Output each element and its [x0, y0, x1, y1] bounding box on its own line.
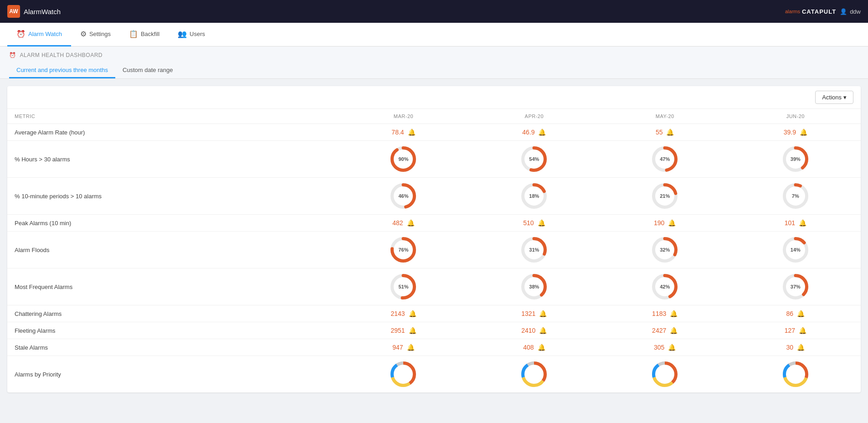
main-content: Actions ▾ METRIC MAR-20 APR-20 MAY-20 JU…: [0, 79, 868, 400]
value-bell-pair: 2427 🔔: [607, 327, 723, 334]
value-bell-pair: 46.9 🔔: [476, 129, 592, 136]
priority-donut-wrapper: [607, 361, 723, 387]
priority-donut-chart: [652, 361, 678, 387]
donut-cell-3: 39%: [730, 141, 861, 178]
donut-chart: 46%: [390, 183, 416, 209]
table-row: Peak Alarms (10 min) 482 🔔 510 🔔 190 🔔 1…: [7, 215, 861, 232]
data-table: METRIC MAR-20 APR-20 MAY-20 JUN-20 Avera…: [7, 109, 861, 392]
donut-label: 42%: [660, 284, 670, 289]
table-row: Alarms by Priority: [7, 356, 861, 393]
user-info: 👤 ddw: [840, 8, 861, 15]
donut-cell-2: 21%: [600, 178, 730, 215]
bell-icon: 🔔: [670, 310, 678, 317]
value-cell-2: 2427 🔔: [600, 322, 730, 339]
metric-name-cell: % Hours > 30 alarms: [7, 141, 338, 178]
metric-name-cell: Average Alarm Rate (hour): [7, 124, 338, 141]
donut-cell-3: 7%: [730, 178, 861, 215]
donut-chart: 31%: [521, 237, 547, 263]
donut-wrapper: 39%: [738, 146, 853, 172]
value-bell-pair: 510 🔔: [476, 219, 592, 227]
tab-custom-date[interactable]: Custom date range: [115, 63, 180, 78]
numeric-value: 1183: [652, 310, 666, 317]
donut-cell-2: 47%: [600, 141, 730, 178]
donut-wrapper: 31%: [476, 237, 592, 263]
donut-cell-2: 42%: [600, 268, 730, 305]
bell-icon: 🔔: [797, 344, 805, 351]
value-bell-pair: 127 🔔: [738, 327, 853, 334]
bell-icon: 🔔: [538, 219, 545, 227]
donut-label: 7%: [792, 193, 799, 199]
value-cell-0: 78.4 🔔: [338, 124, 469, 141]
donut-wrapper: 90%: [345, 146, 462, 172]
table-row: Chattering Alarms 2143 🔔 1321 🔔 1183 🔔 8…: [7, 305, 861, 322]
bell-icon: 🔔: [797, 310, 805, 317]
value-bell-pair: 1183 🔔: [607, 310, 723, 317]
dashboard-header: ⏰ ALARM HEALTH DASHBOARD Current and pre…: [0, 46, 868, 79]
table-row: Stale Alarms 947 🔔 408 🔔 305 🔔 30 🔔: [7, 339, 861, 356]
donut-label: 90%: [398, 156, 408, 162]
actions-label: Actions: [822, 94, 842, 101]
value-bell-pair: 482 🔔: [345, 219, 462, 227]
numeric-value: 39.9: [784, 129, 796, 136]
table-row: % Hours > 30 alarms 90% 54% 47%: [7, 141, 861, 178]
donut-wrapper: 76%: [345, 237, 462, 263]
priority-donut-chart: [783, 361, 808, 387]
nav-users-label: Users: [190, 31, 205, 37]
donut-cell-3: 37%: [730, 268, 861, 305]
donut-chart: 39%: [783, 146, 808, 172]
value-bell-pair: 101 🔔: [738, 219, 853, 227]
actions-button[interactable]: Actions ▾: [815, 91, 853, 104]
table-row: Average Alarm Rate (hour) 78.4 🔔 46.9 🔔 …: [7, 124, 861, 141]
value-bell-pair: 305 🔔: [607, 344, 723, 351]
dashboard-title: ⏰ ALARM HEALTH DASHBOARD: [9, 52, 859, 58]
tab-row: Current and previous three months Custom…: [9, 63, 859, 78]
numeric-value: 86: [786, 310, 794, 317]
donut-cell-0: 46%: [338, 178, 469, 215]
nav-alarm-watch[interactable]: ⏰ Alarm Watch: [7, 23, 71, 46]
donut-label: 46%: [398, 193, 408, 199]
donut-chart: 38%: [521, 274, 547, 299]
col-mar20: MAR-20: [338, 109, 469, 124]
priority-donut-wrapper: [738, 361, 853, 387]
bell-icon: 🔔: [800, 129, 807, 136]
donut-label: 31%: [529, 247, 539, 253]
metric-name-cell: Fleeting Alarms: [7, 322, 338, 339]
nav-backfill[interactable]: 📋 Backfill: [120, 23, 169, 46]
table-header-row: METRIC MAR-20 APR-20 MAY-20 JUN-20: [7, 109, 861, 124]
value-cell-0: 2143 🔔: [338, 305, 469, 322]
donut-label: 18%: [529, 193, 539, 199]
numeric-value: 305: [654, 344, 664, 351]
top-bar-left: AW AlarmWatch: [7, 5, 61, 18]
metric-name-cell: % 10-minute periods > 10 alarms: [7, 178, 338, 215]
donut-chart: 18%: [521, 183, 547, 209]
value-cell-0: 482 🔔: [338, 215, 469, 232]
value-bell-pair: 55 🔔: [607, 129, 723, 136]
donut-wrapper: 54%: [476, 146, 592, 172]
nav-users[interactable]: 👥 Users: [169, 23, 214, 46]
value-bell-pair: 190 🔔: [607, 219, 723, 227]
donut-label: 51%: [398, 284, 408, 289]
donut-chart: 51%: [390, 274, 416, 299]
value-bell-pair: 2410 🔔: [476, 327, 592, 334]
priority-donut-chart: [390, 361, 416, 387]
user-icon: 👤: [840, 8, 847, 15]
bell-icon: 🔔: [409, 310, 416, 317]
tab-three-months[interactable]: Current and previous three months: [9, 63, 115, 78]
nav-settings[interactable]: ⚙ Settings: [71, 23, 120, 46]
numeric-value: 510: [523, 219, 534, 227]
top-bar-right: alarms CATAPULT 👤 ddw: [785, 8, 861, 15]
app-name: AlarmWatch: [24, 8, 61, 15]
metric-name-cell: Most Frequent Alarms: [7, 268, 338, 305]
donut-wrapper: 42%: [607, 274, 723, 299]
donut-wrapper: 38%: [476, 274, 592, 299]
app-logo: AW: [7, 5, 20, 18]
donut-wrapper: 14%: [738, 237, 853, 263]
value-cell-2: 1183 🔔: [600, 305, 730, 322]
numeric-value: 55: [656, 129, 663, 136]
value-cell-1: 510 🔔: [469, 215, 600, 232]
donut-cell-1: 38%: [469, 268, 600, 305]
donut-wrapper: 18%: [476, 183, 592, 209]
value-cell-0: 947 🔔: [338, 339, 469, 356]
numeric-value: 947: [392, 344, 403, 351]
chevron-down-icon: ▾: [843, 94, 847, 101]
